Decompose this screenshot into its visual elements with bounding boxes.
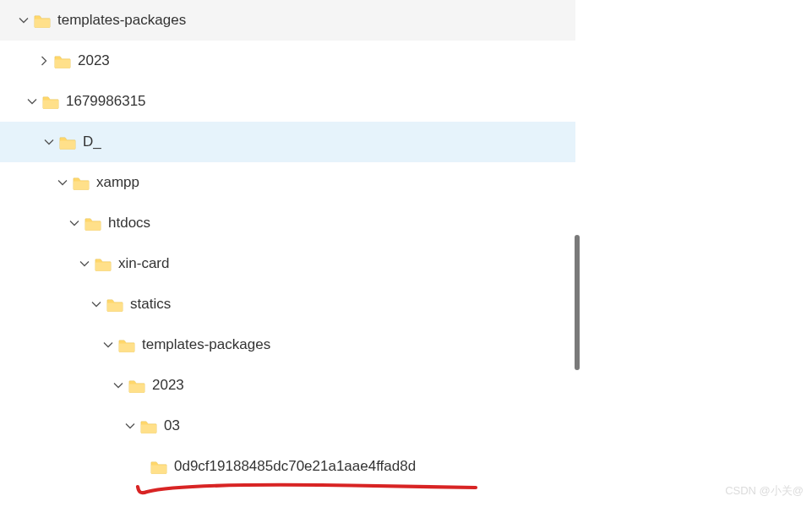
folder-icon bbox=[54, 54, 71, 68]
folder-icon bbox=[42, 95, 59, 108]
folder-icon bbox=[59, 135, 76, 149]
chevron-down-icon[interactable] bbox=[112, 379, 125, 392]
folder-label: 03 bbox=[164, 417, 180, 434]
tree-row-2023[interactable]: 2023 bbox=[0, 41, 575, 81]
folder-tree: templates-packages20231679986315D_xampph… bbox=[0, 0, 575, 487]
folder-icon bbox=[73, 176, 90, 189]
folder-label: htdocs bbox=[108, 215, 150, 232]
folder-label: templates-packages bbox=[57, 12, 186, 29]
tree-row-0d9cf19188485dc70e21a1aae4ffad8d[interactable]: 0d9cf19188485dc70e21a1aae4ffad8d bbox=[0, 446, 575, 487]
chevron-down-icon[interactable] bbox=[17, 14, 30, 27]
folder-label: statics bbox=[130, 296, 171, 313]
chevron-down-icon[interactable] bbox=[68, 216, 81, 230]
tree-row-d-[interactable]: D_ bbox=[0, 122, 575, 162]
folder-label: D_ bbox=[83, 134, 101, 150]
folder-label: 0d9cf19188485dc70e21a1aae4ffad8d bbox=[174, 458, 416, 475]
tree-row-2023[interactable]: 2023 bbox=[0, 365, 575, 406]
folder-label: templates-packages bbox=[142, 336, 270, 353]
folder-label: 1679986315 bbox=[66, 93, 146, 110]
tree-row-xampp[interactable]: xampp bbox=[0, 162, 575, 203]
folder-icon bbox=[140, 419, 157, 433]
chevron-right-icon[interactable] bbox=[37, 54, 51, 68]
folder-icon bbox=[95, 257, 112, 270]
watermark: CSDN @小关@ bbox=[725, 483, 804, 499]
folder-icon bbox=[84, 216, 101, 230]
tree-row-xin-card[interactable]: xin-card bbox=[0, 243, 575, 284]
scrollbar-track[interactable] bbox=[575, 0, 580, 507]
tree-row-templates-packages[interactable]: templates-packages bbox=[0, 0, 575, 41]
tree-row-03[interactable]: 03 bbox=[0, 406, 575, 446]
chevron-down-icon[interactable] bbox=[90, 297, 103, 311]
folder-label: 2023 bbox=[78, 52, 110, 69]
folder-icon bbox=[106, 297, 123, 311]
chevron-down-icon[interactable] bbox=[78, 257, 91, 270]
tree-row-htdocs[interactable]: htdocs bbox=[0, 203, 575, 243]
chevron-down-icon[interactable] bbox=[101, 338, 115, 352]
folder-icon bbox=[34, 14, 51, 27]
folder-label: xampp bbox=[96, 174, 139, 191]
chevron-down-icon[interactable] bbox=[123, 419, 137, 433]
tree-row-1679986315[interactable]: 1679986315 bbox=[0, 81, 575, 122]
folder-label: 2023 bbox=[152, 377, 184, 394]
chevron-down-icon[interactable] bbox=[56, 176, 69, 189]
tree-row-templates-packages[interactable]: templates-packages bbox=[0, 324, 575, 365]
chevron-down-icon[interactable] bbox=[42, 135, 56, 149]
folder-icon bbox=[150, 460, 167, 473]
folder-label: xin-card bbox=[118, 255, 169, 272]
folder-icon bbox=[128, 379, 145, 392]
chevron-down-icon[interactable] bbox=[25, 95, 39, 108]
scrollbar-thumb[interactable] bbox=[575, 235, 580, 370]
folder-icon bbox=[118, 338, 135, 352]
tree-row-statics[interactable]: statics bbox=[0, 284, 575, 324]
